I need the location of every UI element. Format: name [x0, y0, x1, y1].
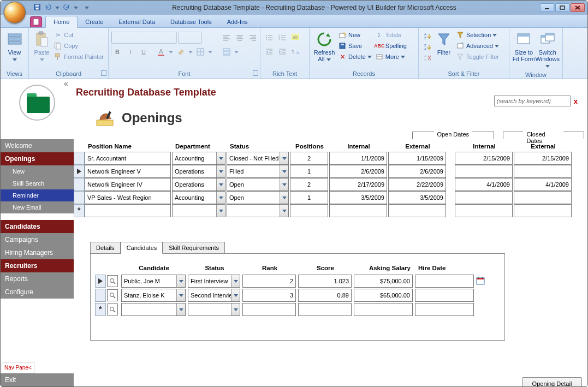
zoom-icon[interactable]: [107, 289, 118, 301]
subtab-skill-requirements[interactable]: Skill Requirements: [163, 242, 225, 254]
sidebar-item-configure[interactable]: Configure: [1, 285, 74, 299]
candidate-select[interactable]: Public, Joe M: [121, 275, 186, 288]
align-left-button[interactable]: [221, 32, 233, 44]
asking-input[interactable]: [354, 303, 413, 316]
bullets-button[interactable]: [263, 31, 275, 43]
filter-button[interactable]: Filter: [433, 29, 454, 56]
format-painter-button[interactable]: Format Painter: [52, 51, 105, 62]
candidate-select[interactable]: [121, 303, 186, 316]
sidebar-item-recruiters[interactable]: Recruiters: [1, 259, 74, 272]
table-row[interactable]: OperationsOpen: [74, 178, 573, 191]
sidebar-item-hiring-managers[interactable]: Hiring Managers: [1, 246, 74, 259]
paste-button[interactable]: Paste: [32, 29, 52, 62]
position-input[interactable]: [85, 178, 171, 191]
row-selector-new[interactable]: [74, 204, 85, 217]
table-row[interactable]: OperationsFilled: [74, 165, 573, 178]
subtab-details[interactable]: Details: [90, 242, 121, 254]
clear-sort-button[interactable]: AZ: [421, 52, 433, 63]
totals-button[interactable]: ΣTotals: [373, 29, 408, 40]
sort-asc-button[interactable]: AZ: [421, 31, 433, 41]
qat-undo-dropdown-icon[interactable]: [55, 7, 60, 9]
font-size-combo[interactable]: [178, 32, 202, 44]
score-input[interactable]: [298, 303, 352, 316]
sidebar-item-exit[interactable]: Exit: [1, 373, 74, 386]
sidebar-item-campaigns[interactable]: Campaigns: [1, 233, 74, 246]
sidebar-item-openings[interactable]: Openings: [1, 152, 74, 165]
sidebar-item-reports[interactable]: Reports: [1, 272, 74, 285]
closed-external-input[interactable]: [514, 204, 572, 217]
align-right-button[interactable]: [247, 32, 259, 44]
row-selector[interactable]: [74, 152, 85, 165]
positions-input[interactable]: [290, 178, 328, 191]
qat-redo-icon[interactable]: [63, 3, 70, 12]
closed-internal-input[interactable]: [455, 204, 513, 217]
sidebar-item-welcome[interactable]: Welcome: [1, 139, 74, 152]
calendar-icon[interactable]: [476, 276, 485, 285]
cstatus-select[interactable]: [188, 303, 240, 316]
chevron-down-icon[interactable]: [168, 46, 174, 58]
nav-pane-tag[interactable]: Nav Pane<: [2, 362, 34, 373]
open-internal-input[interactable]: [329, 191, 387, 204]
office-orb-button[interactable]: [4, 2, 26, 23]
status-select[interactable]: Open: [227, 191, 289, 204]
selection-button[interactable]: Selection: [454, 29, 501, 40]
new-row[interactable]: [74, 204, 573, 217]
row-selector[interactable]: [74, 165, 85, 178]
score-input[interactable]: [298, 289, 352, 302]
positions-input[interactable]: [290, 191, 328, 204]
qat-undo-icon[interactable]: [44, 3, 52, 12]
clipboard-launcher-icon[interactable]: [101, 70, 106, 76]
search-clear-button[interactable]: x: [574, 97, 578, 105]
open-external-input[interactable]: [388, 165, 446, 178]
rank-input[interactable]: [242, 289, 296, 302]
open-external-input[interactable]: [388, 152, 446, 165]
sidebar-item-reminder[interactable]: Reminder: [1, 189, 74, 201]
cstatus-select[interactable]: Second Interview: [188, 289, 240, 302]
refresh-all-button[interactable]: Refresh All: [312, 29, 336, 62]
open-internal-input[interactable]: [329, 178, 387, 191]
chevron-down-icon[interactable]: [188, 46, 193, 58]
hire-input[interactable]: [415, 303, 474, 316]
font-name-combo[interactable]: [111, 32, 177, 44]
closed-external-input[interactable]: [514, 191, 572, 204]
italic-button[interactable]: I: [124, 46, 136, 58]
switch-windows-button[interactable]: Switch Windows: [535, 29, 560, 69]
status-select[interactable]: [227, 204, 289, 217]
numbering-button[interactable]: 123: [276, 31, 288, 43]
minimize-button[interactable]: [540, 3, 554, 12]
row-selector[interactable]: [95, 289, 106, 302]
new-record-button[interactable]: New: [336, 29, 373, 40]
qat-save-icon[interactable]: [33, 3, 41, 12]
underline-button[interactable]: U: [138, 46, 150, 58]
table-row[interactable]: Public, Joe MFirst Interview: [95, 275, 487, 288]
row-selector[interactable]: [95, 275, 106, 288]
alt-row-color-button[interactable]: [221, 46, 233, 58]
zoom-icon[interactable]: [107, 303, 118, 315]
advanced-button[interactable]: Advanced: [454, 40, 501, 51]
closed-internal-input[interactable]: [455, 165, 513, 178]
hire-input[interactable]: [415, 275, 474, 288]
highlight-button[interactable]: ab: [289, 31, 301, 43]
tab-add-ins[interactable]: Add-Ins: [219, 16, 256, 27]
rank-input[interactable]: [242, 303, 296, 316]
chevron-down-icon[interactable]: [234, 46, 239, 58]
align-center-button[interactable]: [234, 32, 246, 44]
text-direction-button[interactable]: ¶: [289, 45, 301, 57]
sidebar-item-new[interactable]: New: [1, 165, 74, 177]
save-record-button[interactable]: Save: [336, 40, 373, 51]
rank-input[interactable]: [242, 275, 296, 288]
closed-external-input[interactable]: [514, 152, 572, 165]
candidate-new-row[interactable]: [95, 303, 487, 316]
font-color-button[interactable]: A: [155, 46, 167, 58]
qat-customize-icon[interactable]: [85, 7, 89, 9]
search-input[interactable]: [494, 96, 571, 106]
department-select[interactable]: Operations: [172, 165, 225, 178]
tab-external-data[interactable]: External Data: [111, 16, 163, 27]
maximize-button[interactable]: [555, 3, 569, 12]
zoom-icon[interactable]: [107, 275, 118, 287]
open-external-input[interactable]: [388, 191, 446, 204]
candidate-select[interactable]: Stanz, Eloise K: [121, 289, 186, 302]
closed-external-input[interactable]: [514, 178, 572, 191]
copy-button[interactable]: Copy: [52, 40, 105, 51]
hire-input[interactable]: [415, 289, 474, 302]
